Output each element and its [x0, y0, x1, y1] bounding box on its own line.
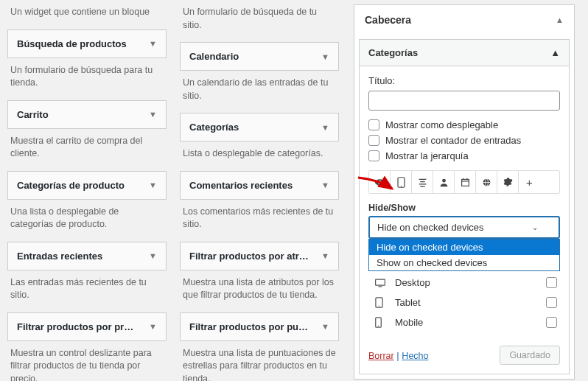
- option-checkbox[interactable]: [368, 119, 379, 130]
- sidebar-panel: Cabecera ▲ Categorías ▲ Título: Mostrar …: [354, 4, 575, 380]
- device-icon: [374, 317, 389, 328]
- chevron-down-icon: ▼: [321, 52, 329, 61]
- gear-icon[interactable]: [497, 171, 519, 193]
- widget-item-desc: Lista o desplegable de categorías.: [180, 141, 339, 171]
- saved-button: Guardado: [500, 346, 560, 365]
- device-name: Tablet: [395, 297, 546, 308]
- panel-header[interactable]: Cabecera ▲: [354, 5, 574, 35]
- widget-item-title: Categorías de producto: [17, 180, 125, 191]
- svg-rect-6: [376, 279, 385, 285]
- visibility-icon[interactable]: [369, 171, 391, 193]
- chevron-down-icon: ▼: [149, 251, 157, 260]
- collapse-icon: ▲: [550, 47, 560, 58]
- calendar-icon[interactable]: [455, 171, 476, 193]
- add-icon[interactable]: +: [519, 171, 540, 193]
- device-row: Tablet: [368, 293, 560, 312]
- device-checkbox[interactable]: [546, 317, 557, 328]
- widget-item[interactable]: Categorías de producto▼: [7, 171, 167, 200]
- svg-point-8: [379, 305, 379, 306]
- widget-item[interactable]: Búsqueda de productos▼: [7, 29, 167, 58]
- dropdown-option[interactable]: Hide on checked devices: [369, 240, 559, 255]
- user-icon[interactable]: [433, 171, 455, 193]
- widget-item-desc: Un calendario de las entradas de tu siti…: [180, 71, 339, 113]
- widget-item[interactable]: Filtrar productos por pr…▼: [7, 312, 167, 341]
- widget-item-title: Filtrar productos por pr…: [17, 321, 133, 332]
- done-link[interactable]: Hecho: [402, 351, 428, 361]
- hideshow-dropdown: Hide on checked devices Show on checked …: [368, 239, 560, 271]
- hideshow-select[interactable]: Hide on checked devices ⌄: [368, 216, 560, 239]
- widget-item-title: Categorías: [189, 122, 239, 133]
- chevron-down-icon: ▼: [149, 39, 157, 48]
- widget-item-title: Filtrar productos por pu…: [189, 321, 308, 332]
- device-icon: [374, 297, 389, 308]
- widget-item[interactable]: Categorías▼: [180, 113, 339, 141]
- widget-title: Categorías: [368, 47, 418, 58]
- widget-item-desc: Las entradas más recientes de tu sitio.: [7, 270, 167, 312]
- device-checkbox[interactable]: [546, 297, 557, 308]
- chevron-down-icon: ▼: [149, 322, 157, 331]
- intro-text: Un widget que contiene un bloque: [7, 0, 167, 29]
- globe-icon[interactable]: [476, 171, 497, 193]
- widget-item-desc: Muestra una lista de atributos por los q…: [180, 270, 339, 312]
- device-icon[interactable]: [391, 171, 412, 193]
- chevron-down-icon: ▼: [321, 322, 329, 331]
- widget-item[interactable]: Filtrar productos por atr…▼: [180, 242, 339, 270]
- widget-item[interactable]: Calendario▼: [180, 42, 339, 71]
- widget-item-title: Entradas recientes: [17, 251, 102, 262]
- available-widgets: Un widget que contiene un bloque Búsqued…: [0, 0, 346, 381]
- delete-link[interactable]: Borrar: [368, 351, 394, 361]
- device-row: Mobile: [368, 312, 560, 332]
- device-name: Desktop: [395, 277, 546, 288]
- widget-item-desc: Una lista o desplegable de categorías de…: [7, 200, 167, 242]
- panel-title: Cabecera: [365, 14, 411, 26]
- svg-point-1: [400, 185, 402, 186]
- widget-item-desc: Muestra un control deslizante para filtr…: [7, 341, 167, 382]
- settings-icon-bar: +: [368, 170, 560, 194]
- widget-item-title: Comentarios recientes: [189, 180, 293, 191]
- device-icon: [374, 278, 389, 288]
- dropdown-option[interactable]: Show on checked devices: [369, 255, 559, 270]
- widget-item-title: Calendario: [189, 51, 239, 62]
- widget-item-title: Carrito: [17, 109, 49, 120]
- chevron-down-icon: ▼: [149, 181, 157, 189]
- device-checkbox[interactable]: [546, 277, 557, 288]
- intro-text: Un formulario de búsqueda de tu sitio.: [180, 0, 339, 42]
- align-icon[interactable]: [412, 171, 433, 193]
- option-checkbox[interactable]: [368, 150, 379, 161]
- svg-rect-3: [461, 179, 469, 186]
- device-name: Mobile: [395, 317, 546, 328]
- widget-item[interactable]: Entradas recientes▼: [7, 242, 167, 270]
- widget-item-desc: Muestra el carrito de compra del cliente…: [7, 129, 167, 171]
- option-label: Mostrar el contador de entradas: [385, 135, 521, 146]
- widget-item[interactable]: Carrito▼: [7, 100, 167, 129]
- collapse-icon: ▲: [556, 15, 564, 24]
- chevron-down-icon: ⌄: [532, 223, 538, 231]
- chevron-down-icon: ▼: [321, 251, 329, 260]
- svg-point-2: [442, 178, 446, 182]
- widget-header[interactable]: Categorías ▲: [360, 40, 569, 66]
- title-label: Título:: [368, 75, 560, 86]
- chevron-down-icon: ▼: [321, 181, 329, 189]
- title-input[interactable]: [368, 91, 560, 111]
- widget-item[interactable]: Filtrar productos por pu…▼: [180, 312, 339, 341]
- widget-item-desc: Muestra una lista de puntuaciones de est…: [180, 341, 339, 382]
- widget-item-desc: Los comentarios más recientes de tu siti…: [180, 200, 339, 242]
- option-checkbox[interactable]: [368, 135, 379, 146]
- widget-item-desc: Un formulario de búsqueda para tu tienda…: [7, 58, 167, 100]
- chevron-down-icon: ▼: [321, 123, 329, 132]
- device-row: Desktop: [368, 273, 560, 293]
- widget-item-title: Búsqueda de productos: [17, 38, 127, 49]
- widget-item[interactable]: Comentarios recientes▼: [180, 171, 339, 200]
- hideshow-label: Hide/Show: [368, 203, 560, 213]
- option-label: Mostrar como desplegable: [385, 119, 498, 130]
- option-label: Mostrar la jerarquía: [385, 150, 469, 161]
- widget-item-title: Filtrar productos por atr…: [189, 251, 309, 262]
- chevron-down-icon: ▼: [149, 110, 157, 119]
- svg-point-10: [378, 325, 379, 326]
